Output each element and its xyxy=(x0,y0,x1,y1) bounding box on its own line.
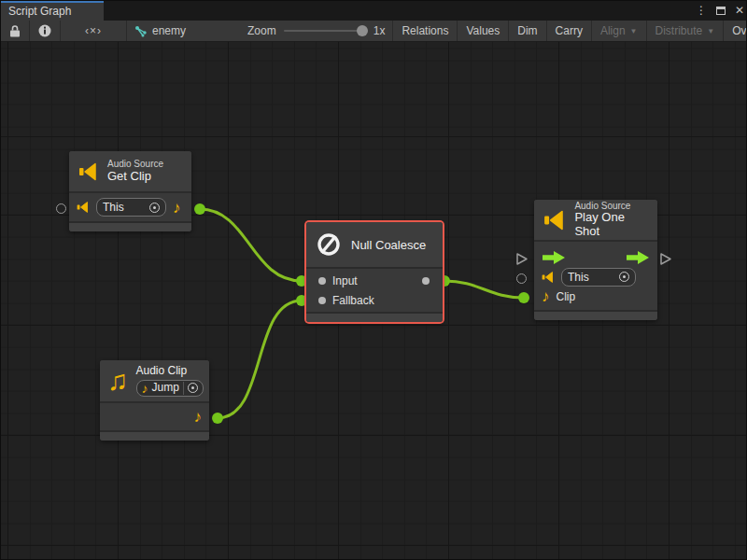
overview-button[interactable]: Overview xyxy=(724,21,747,41)
graph-canvas[interactable]: Audio Source Get Clip This ♪ xyxy=(1,42,747,560)
lock-button[interactable] xyxy=(1,21,30,41)
values-button[interactable]: Values xyxy=(458,21,509,41)
script-graph-window: Script Graph ⋮ ✕ ‹×› xyxy=(0,0,747,560)
flow-in-arrow-icon[interactable] xyxy=(542,250,566,265)
audio-source-icon xyxy=(543,208,566,232)
graph-reference[interactable]: enemy xyxy=(134,24,186,37)
target-picker-icon[interactable] xyxy=(619,272,629,282)
graph-toolbar: ‹×› enemy Zoom 1x Relations Values xyxy=(1,21,747,42)
audio-clip-output-icon[interactable]: ♪ xyxy=(194,409,203,425)
zoom-slider-handle[interactable] xyxy=(357,25,368,36)
play-one-shot-flow-input-port[interactable] xyxy=(515,252,529,266)
fallback-port[interactable] xyxy=(318,297,326,304)
node-title: Play One Shot xyxy=(574,211,648,239)
tab-bar: Script Graph ⋮ ✕ xyxy=(1,1,747,21)
lock-icon xyxy=(9,25,21,37)
audio-clip-port-icon: ♪ xyxy=(542,288,550,304)
code-icon: ‹×› xyxy=(85,24,102,37)
node-audio-clip-variable[interactable]: ♫ Audio Clip ♪ Jump ♪ xyxy=(100,360,209,441)
carry-button[interactable]: Carry xyxy=(547,21,592,41)
play-one-shot-this-input-port[interactable] xyxy=(516,273,527,284)
audio-source-icon xyxy=(77,201,90,214)
menu-icon[interactable]: ⋮ xyxy=(696,3,707,19)
audio-source-icon xyxy=(542,271,555,284)
node-title: Audio Clip xyxy=(136,365,204,378)
audio-clip-object-field[interactable]: ♪ Jump xyxy=(136,380,204,397)
code-view-button[interactable]: ‹×› xyxy=(61,21,127,41)
input-port-label: Input xyxy=(332,274,358,287)
input-port[interactable] xyxy=(318,277,326,285)
audio-clip-output-icon[interactable]: ♪ xyxy=(173,200,181,216)
relations-button[interactable]: Relations xyxy=(393,21,458,41)
distribute-button[interactable]: Distribute ▼ xyxy=(647,21,725,41)
null-coalesce-icon xyxy=(316,231,342,258)
node-title: Get Clip xyxy=(107,170,163,184)
object-picker-icon[interactable] xyxy=(188,383,198,393)
audio-source-icon xyxy=(78,161,99,182)
clip-port-label: Clip xyxy=(557,290,576,303)
target-field[interactable]: This xyxy=(561,268,636,287)
node-title: Null Coalesce xyxy=(351,238,426,252)
graph-name: enemy xyxy=(152,24,186,37)
node-play-one-shot[interactable]: Audio Source Play One Shot xyxy=(534,200,657,320)
chevron-down-icon: ▼ xyxy=(707,27,714,35)
zoom-label: Zoom xyxy=(247,24,276,37)
play-one-shot-flow-output-port[interactable] xyxy=(659,252,672,266)
chevron-down-icon: ▼ xyxy=(630,27,638,35)
graph-icon xyxy=(134,25,148,37)
maximize-icon[interactable] xyxy=(716,7,726,15)
window-controls: ⋮ ✕ xyxy=(696,3,744,19)
result-output-port[interactable] xyxy=(422,277,430,285)
fallback-port-label: Fallback xyxy=(332,294,374,307)
audio-clip-icon: ♫ xyxy=(107,367,129,395)
info-icon xyxy=(38,24,51,37)
node-null-coalesce[interactable]: Null Coalesce Input Fallback xyxy=(306,222,443,322)
align-button[interactable]: Align ▼ xyxy=(592,21,647,41)
target-field[interactable]: This xyxy=(96,198,166,217)
dim-button[interactable]: Dim xyxy=(509,21,546,41)
graph-context-area: enemy Zoom 1x xyxy=(127,21,393,41)
node-get-clip[interactable]: Audio Source Get Clip This ♪ xyxy=(69,151,191,231)
get-clip-this-input-port[interactable] xyxy=(56,203,66,214)
audio-clip-icon: ♪ xyxy=(142,382,148,395)
flow-out-arrow-icon[interactable] xyxy=(626,250,650,265)
target-picker-icon[interactable] xyxy=(149,203,160,213)
close-icon[interactable]: ✕ xyxy=(735,3,744,19)
inspect-button[interactable] xyxy=(30,21,61,41)
zoom-control: Zoom 1x xyxy=(247,24,385,37)
zoom-value: 1x xyxy=(374,24,386,37)
tab-script-graph[interactable]: Script Graph xyxy=(1,1,104,21)
zoom-slider[interactable] xyxy=(284,30,366,32)
